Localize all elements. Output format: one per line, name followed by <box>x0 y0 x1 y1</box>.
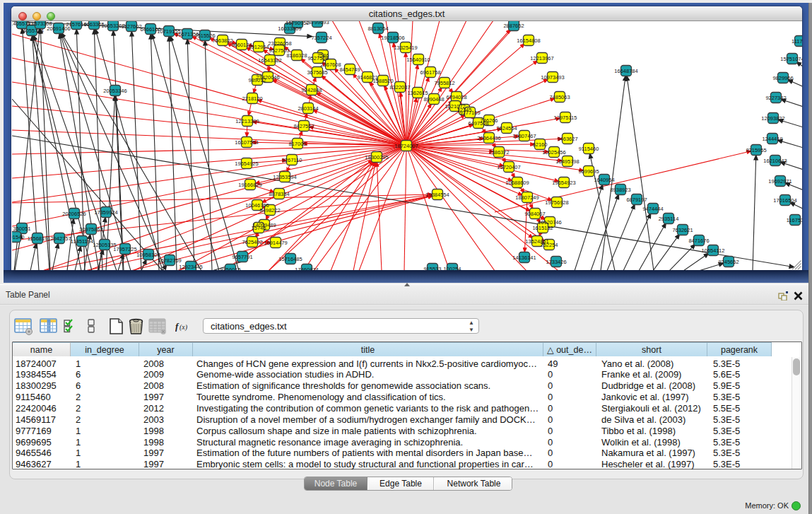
svg-text:9657791: 9657791 <box>232 254 252 260</box>
svg-text:17016504: 17016504 <box>773 197 796 204</box>
svg-text:116753: 116753 <box>787 217 802 223</box>
svg-text:15716485: 15716485 <box>278 256 302 262</box>
svg-text:2718120: 2718120 <box>242 95 262 102</box>
svg-text:16033809: 16033809 <box>278 25 301 32</box>
svg-text:12942757: 12942757 <box>47 235 71 242</box>
svg-text:15720407: 15720407 <box>497 164 520 170</box>
svg-text:7485063: 7485063 <box>549 94 570 100</box>
svg-text:18724007: 18724007 <box>394 143 418 149</box>
svg-text:1588520: 1588520 <box>372 78 393 84</box>
svg-text:14055724: 14055724 <box>20 28 43 34</box>
svg-text:12213389: 12213389 <box>235 118 259 124</box>
svg-text:3675685: 3675685 <box>307 69 327 76</box>
svg-text:19384554: 19384554 <box>425 192 449 198</box>
svg-text:10958107: 10958107 <box>136 252 160 258</box>
svg-text:11451194: 11451194 <box>71 238 93 245</box>
svg-text:16543382: 16543382 <box>258 57 281 64</box>
svg-text:12353594: 12353594 <box>273 174 296 180</box>
svg-text:15745: 15745 <box>252 225 266 231</box>
svg-text:1362615: 1362615 <box>407 90 428 96</box>
svg-text:16154808: 16154808 <box>517 37 540 44</box>
svg-text:817005: 817005 <box>288 141 306 147</box>
svg-text:17957225: 17957225 <box>113 246 136 252</box>
svg-text:989012: 989012 <box>248 77 266 83</box>
svg-text:8878334: 8878334 <box>269 191 289 197</box>
svg-text:62160: 62160 <box>533 141 548 148</box>
svg-text:9777169: 9777169 <box>459 110 480 116</box>
svg-text:9474444: 9474444 <box>642 206 663 212</box>
svg-text:20364436: 20364436 <box>477 135 500 141</box>
svg-text:12975115: 12975115 <box>554 115 577 121</box>
svg-text:9463627: 9463627 <box>557 136 577 142</box>
svg-text:19218506: 19218506 <box>381 35 404 41</box>
svg-text:8427552: 8427552 <box>293 123 314 129</box>
svg-text:19692971: 19692971 <box>768 178 792 185</box>
svg-text:6879197: 6879197 <box>626 197 647 203</box>
svg-text:3624554: 3624554 <box>496 125 517 132</box>
svg-text:2803144: 2803144 <box>298 105 318 112</box>
svg-text:(x): (x) <box>180 323 188 332</box>
svg-text:12093822: 12093822 <box>761 115 784 122</box>
svg-text:12213967: 12213967 <box>530 55 553 62</box>
svg-text:7632621: 7632621 <box>672 227 693 233</box>
svg-text:9699695: 9699695 <box>578 168 599 175</box>
svg-text:16210643: 16210643 <box>763 158 787 164</box>
svg-text:16648784: 16648784 <box>614 68 637 74</box>
svg-text:2367608: 2367608 <box>320 62 341 68</box>
svg-text:2887652: 2887652 <box>503 23 524 29</box>
svg-text:1156819: 1156819 <box>28 235 48 242</box>
svg-text:9245652: 9245652 <box>718 259 739 265</box>
svg-text:915533: 915533 <box>423 266 441 271</box>
svg-text:8813054: 8813054 <box>367 25 388 32</box>
svg-text:1615132: 1615132 <box>532 225 553 231</box>
svg-text:10688609: 10688609 <box>505 180 529 186</box>
svg-text:16782759: 16782759 <box>158 257 181 264</box>
svg-text:9227342: 9227342 <box>765 95 786 101</box>
svg-text:9115460: 9115460 <box>579 146 599 152</box>
svg-text:19756928: 19756928 <box>545 199 568 206</box>
svg-text:8267110: 8267110 <box>282 157 302 163</box>
svg-text:8938923: 8938923 <box>610 187 630 193</box>
svg-text:12923445: 12923445 <box>179 264 202 270</box>
svg-text:9829966: 9829966 <box>772 75 793 81</box>
svg-text:10654112: 10654112 <box>702 247 725 254</box>
svg-text:5498222: 5498222 <box>259 207 280 214</box>
svg-text:8454749: 8454749 <box>339 66 360 73</box>
svg-text:9242848: 9242848 <box>301 87 322 93</box>
svg-text:15751074: 15751074 <box>780 56 802 62</box>
svg-text:6794028: 6794028 <box>446 94 466 100</box>
svg-text:10025456: 10025456 <box>542 149 565 156</box>
svg-text:8471676: 8471676 <box>688 238 709 244</box>
svg-text:1527602: 1527602 <box>121 23 141 30</box>
svg-text:6497508: 6497508 <box>468 120 488 127</box>
svg-text:17359924: 17359924 <box>94 209 117 216</box>
svg-text:15640910: 15640910 <box>406 57 430 63</box>
svg-text:1244419: 1244419 <box>762 136 782 142</box>
svg-text:350051: 350051 <box>13 226 30 232</box>
svg-text:19166829: 19166829 <box>238 182 261 188</box>
svg-text:8990448: 8990448 <box>423 96 444 103</box>
svg-text:100254: 100254 <box>443 266 461 271</box>
svg-text:2935114: 2935114 <box>659 216 679 222</box>
svg-text:9356015: 9356015 <box>220 267 240 271</box>
svg-text:17460874: 17460874 <box>295 267 318 271</box>
svg-text:8186328: 8186328 <box>286 52 307 59</box>
svg-text:7663822: 7663822 <box>212 37 233 44</box>
svg-text:16107554: 16107554 <box>235 139 258 146</box>
svg-text:19654923: 19654923 <box>552 180 575 186</box>
svg-text:10973493: 10973493 <box>541 74 564 81</box>
svg-text:16914479: 16914479 <box>264 240 287 246</box>
svg-text:16495798: 16495798 <box>555 158 579 165</box>
svg-text:20053346: 20053346 <box>103 88 126 94</box>
svg-text:18807249: 18807249 <box>515 194 539 201</box>
svg-text:19654925: 19654925 <box>235 160 258 167</box>
svg-text:9527508: 9527508 <box>307 55 328 62</box>
svg-text:111741: 111741 <box>792 38 802 45</box>
svg-text:14136141: 14136141 <box>512 255 536 261</box>
svg-text:6961758: 6961758 <box>420 69 440 76</box>
svg-text:252254: 252254 <box>540 242 558 248</box>
svg-text:20206526: 20206526 <box>62 211 86 217</box>
svg-text:8215955: 8215955 <box>746 147 766 153</box>
svg-text:13325419: 13325419 <box>394 45 417 51</box>
svg-text:1733426: 1733426 <box>546 259 566 265</box>
